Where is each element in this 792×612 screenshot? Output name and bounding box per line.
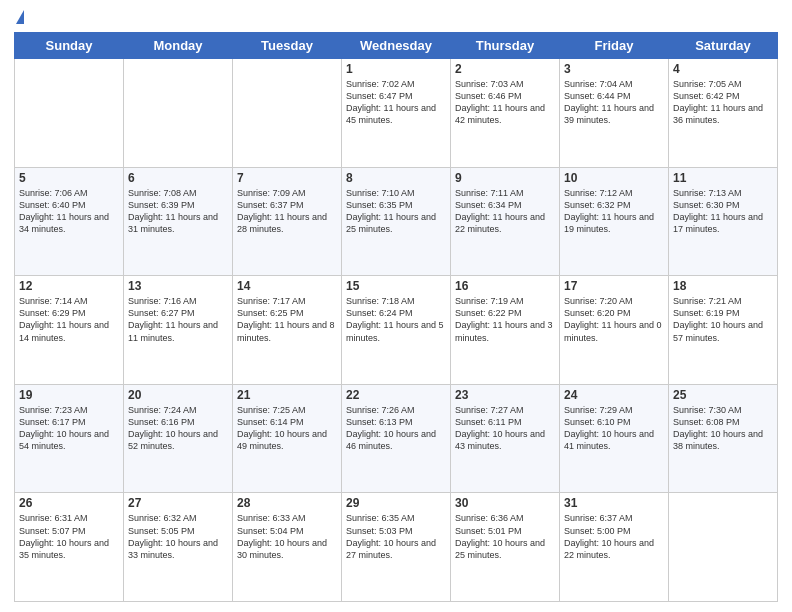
calendar-cell (233, 59, 342, 168)
cell-info: Sunrise: 7:03 AM Sunset: 6:46 PM Dayligh… (455, 78, 555, 127)
day-number: 4 (673, 62, 773, 76)
day-number: 27 (128, 496, 228, 510)
cell-info: Sunrise: 7:19 AM Sunset: 6:22 PM Dayligh… (455, 295, 555, 344)
calendar-day-header: Tuesday (233, 33, 342, 59)
calendar-cell: 31Sunrise: 6:37 AM Sunset: 5:00 PM Dayli… (560, 493, 669, 602)
calendar-cell: 30Sunrise: 6:36 AM Sunset: 5:01 PM Dayli… (451, 493, 560, 602)
cell-info: Sunrise: 7:26 AM Sunset: 6:13 PM Dayligh… (346, 404, 446, 453)
cell-info: Sunrise: 7:20 AM Sunset: 6:20 PM Dayligh… (564, 295, 664, 344)
calendar-cell: 18Sunrise: 7:21 AM Sunset: 6:19 PM Dayli… (669, 276, 778, 385)
calendar-header-row: SundayMondayTuesdayWednesdayThursdayFrid… (15, 33, 778, 59)
calendar-cell: 22Sunrise: 7:26 AM Sunset: 6:13 PM Dayli… (342, 384, 451, 493)
cell-info: Sunrise: 6:36 AM Sunset: 5:01 PM Dayligh… (455, 512, 555, 561)
calendar-week-row: 19Sunrise: 7:23 AM Sunset: 6:17 PM Dayli… (15, 384, 778, 493)
day-number: 22 (346, 388, 446, 402)
header (14, 10, 778, 26)
calendar-day-header: Wednesday (342, 33, 451, 59)
calendar-cell (669, 493, 778, 602)
calendar-cell: 2Sunrise: 7:03 AM Sunset: 6:46 PM Daylig… (451, 59, 560, 168)
logo-triangle-icon (16, 10, 24, 24)
day-number: 2 (455, 62, 555, 76)
day-number: 11 (673, 171, 773, 185)
day-number: 13 (128, 279, 228, 293)
calendar-cell: 28Sunrise: 6:33 AM Sunset: 5:04 PM Dayli… (233, 493, 342, 602)
calendar-day-header: Monday (124, 33, 233, 59)
calendar-cell: 27Sunrise: 6:32 AM Sunset: 5:05 PM Dayli… (124, 493, 233, 602)
day-number: 12 (19, 279, 119, 293)
day-number: 25 (673, 388, 773, 402)
calendar-cell: 23Sunrise: 7:27 AM Sunset: 6:11 PM Dayli… (451, 384, 560, 493)
cell-info: Sunrise: 7:09 AM Sunset: 6:37 PM Dayligh… (237, 187, 337, 236)
calendar-day-header: Friday (560, 33, 669, 59)
calendar-day-header: Sunday (15, 33, 124, 59)
day-number: 14 (237, 279, 337, 293)
day-number: 30 (455, 496, 555, 510)
calendar-cell: 14Sunrise: 7:17 AM Sunset: 6:25 PM Dayli… (233, 276, 342, 385)
calendar-cell: 20Sunrise: 7:24 AM Sunset: 6:16 PM Dayli… (124, 384, 233, 493)
calendar-cell: 19Sunrise: 7:23 AM Sunset: 6:17 PM Dayli… (15, 384, 124, 493)
calendar-cell: 4Sunrise: 7:05 AM Sunset: 6:42 PM Daylig… (669, 59, 778, 168)
calendar-cell: 15Sunrise: 7:18 AM Sunset: 6:24 PM Dayli… (342, 276, 451, 385)
cell-info: Sunrise: 7:29 AM Sunset: 6:10 PM Dayligh… (564, 404, 664, 453)
cell-info: Sunrise: 7:11 AM Sunset: 6:34 PM Dayligh… (455, 187, 555, 236)
calendar-cell: 11Sunrise: 7:13 AM Sunset: 6:30 PM Dayli… (669, 167, 778, 276)
calendar-cell: 29Sunrise: 6:35 AM Sunset: 5:03 PM Dayli… (342, 493, 451, 602)
cell-info: Sunrise: 6:31 AM Sunset: 5:07 PM Dayligh… (19, 512, 119, 561)
calendar-cell: 12Sunrise: 7:14 AM Sunset: 6:29 PM Dayli… (15, 276, 124, 385)
day-number: 8 (346, 171, 446, 185)
day-number: 15 (346, 279, 446, 293)
day-number: 1 (346, 62, 446, 76)
cell-info: Sunrise: 7:17 AM Sunset: 6:25 PM Dayligh… (237, 295, 337, 344)
day-number: 5 (19, 171, 119, 185)
logo (14, 10, 24, 26)
calendar-cell: 1Sunrise: 7:02 AM Sunset: 6:47 PM Daylig… (342, 59, 451, 168)
cell-info: Sunrise: 7:05 AM Sunset: 6:42 PM Dayligh… (673, 78, 773, 127)
day-number: 31 (564, 496, 664, 510)
cell-info: Sunrise: 7:23 AM Sunset: 6:17 PM Dayligh… (19, 404, 119, 453)
day-number: 23 (455, 388, 555, 402)
day-number: 26 (19, 496, 119, 510)
calendar-cell: 16Sunrise: 7:19 AM Sunset: 6:22 PM Dayli… (451, 276, 560, 385)
cell-info: Sunrise: 7:12 AM Sunset: 6:32 PM Dayligh… (564, 187, 664, 236)
cell-info: Sunrise: 7:02 AM Sunset: 6:47 PM Dayligh… (346, 78, 446, 127)
cell-info: Sunrise: 7:13 AM Sunset: 6:30 PM Dayligh… (673, 187, 773, 236)
calendar-cell: 26Sunrise: 6:31 AM Sunset: 5:07 PM Dayli… (15, 493, 124, 602)
day-number: 28 (237, 496, 337, 510)
cell-info: Sunrise: 7:25 AM Sunset: 6:14 PM Dayligh… (237, 404, 337, 453)
calendar-cell: 25Sunrise: 7:30 AM Sunset: 6:08 PM Dayli… (669, 384, 778, 493)
calendar-cell (15, 59, 124, 168)
day-number: 17 (564, 279, 664, 293)
calendar-week-row: 26Sunrise: 6:31 AM Sunset: 5:07 PM Dayli… (15, 493, 778, 602)
day-number: 10 (564, 171, 664, 185)
calendar-cell: 13Sunrise: 7:16 AM Sunset: 6:27 PM Dayli… (124, 276, 233, 385)
cell-info: Sunrise: 7:30 AM Sunset: 6:08 PM Dayligh… (673, 404, 773, 453)
day-number: 29 (346, 496, 446, 510)
day-number: 24 (564, 388, 664, 402)
cell-info: Sunrise: 6:35 AM Sunset: 5:03 PM Dayligh… (346, 512, 446, 561)
calendar-cell: 10Sunrise: 7:12 AM Sunset: 6:32 PM Dayli… (560, 167, 669, 276)
cell-info: Sunrise: 7:14 AM Sunset: 6:29 PM Dayligh… (19, 295, 119, 344)
day-number: 3 (564, 62, 664, 76)
calendar-cell: 8Sunrise: 7:10 AM Sunset: 6:35 PM Daylig… (342, 167, 451, 276)
cell-info: Sunrise: 7:27 AM Sunset: 6:11 PM Dayligh… (455, 404, 555, 453)
cell-info: Sunrise: 7:18 AM Sunset: 6:24 PM Dayligh… (346, 295, 446, 344)
cell-info: Sunrise: 7:08 AM Sunset: 6:39 PM Dayligh… (128, 187, 228, 236)
page: SundayMondayTuesdayWednesdayThursdayFrid… (0, 0, 792, 612)
calendar-week-row: 5Sunrise: 7:06 AM Sunset: 6:40 PM Daylig… (15, 167, 778, 276)
cell-info: Sunrise: 6:33 AM Sunset: 5:04 PM Dayligh… (237, 512, 337, 561)
calendar-table: SundayMondayTuesdayWednesdayThursdayFrid… (14, 32, 778, 602)
cell-info: Sunrise: 7:04 AM Sunset: 6:44 PM Dayligh… (564, 78, 664, 127)
calendar-cell: 7Sunrise: 7:09 AM Sunset: 6:37 PM Daylig… (233, 167, 342, 276)
calendar-day-header: Saturday (669, 33, 778, 59)
calendar-cell: 6Sunrise: 7:08 AM Sunset: 6:39 PM Daylig… (124, 167, 233, 276)
calendar-week-row: 12Sunrise: 7:14 AM Sunset: 6:29 PM Dayli… (15, 276, 778, 385)
cell-info: Sunrise: 6:37 AM Sunset: 5:00 PM Dayligh… (564, 512, 664, 561)
calendar-cell: 9Sunrise: 7:11 AM Sunset: 6:34 PM Daylig… (451, 167, 560, 276)
calendar-day-header: Thursday (451, 33, 560, 59)
day-number: 16 (455, 279, 555, 293)
day-number: 7 (237, 171, 337, 185)
calendar-week-row: 1Sunrise: 7:02 AM Sunset: 6:47 PM Daylig… (15, 59, 778, 168)
cell-info: Sunrise: 7:24 AM Sunset: 6:16 PM Dayligh… (128, 404, 228, 453)
cell-info: Sunrise: 7:06 AM Sunset: 6:40 PM Dayligh… (19, 187, 119, 236)
day-number: 9 (455, 171, 555, 185)
